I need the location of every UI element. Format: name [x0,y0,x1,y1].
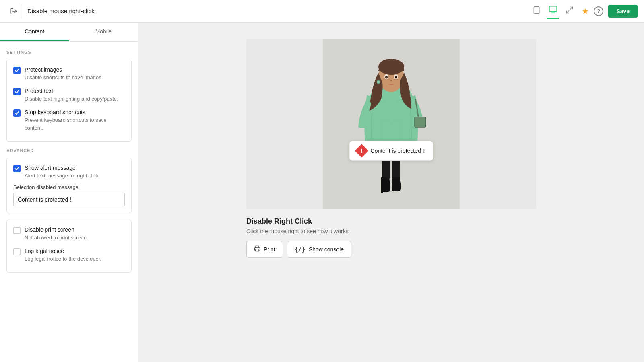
fashion-image [323,39,460,209]
preview-description: Click the mouse right to see how it work… [246,228,536,234]
svg-line-6 [570,7,573,10]
disable-print-desc: Not allowed to print screen. [25,234,88,241]
tablet-icon[interactable] [531,4,542,18]
help-icon[interactable]: ? [594,6,603,16]
advanced-section-label: ADVANCED [6,148,132,153]
protect-text-label: Protect text [25,88,118,94]
stop-keyboard-label: Stop keyboard shortcuts [25,109,125,115]
fullscreen-icon[interactable] [564,4,575,18]
tab-content[interactable]: Content [0,23,69,41]
message-input[interactable] [13,193,125,206]
protect-images-label: Protect images [25,66,103,73]
show-alert-desc: Alert text message for right click. [25,172,100,179]
svg-point-15 [395,76,397,79]
fashion-svg [323,39,460,209]
settings-box: Protect images Disable shortcuts to save… [6,60,132,142]
show-console-button[interactable]: {/} Show console [287,241,351,258]
preview-area: ! Content is protected !! Disable Right … [138,23,644,362]
stop-keyboard-row: Stop keyboard shortcuts Prevent keyboard… [13,109,125,131]
svg-rect-19 [381,188,383,193]
preview-title: Disable Right Click [246,217,536,226]
save-button[interactable]: Save [608,5,638,18]
svg-point-14 [385,76,388,79]
svg-line-7 [567,11,569,13]
svg-rect-20 [392,186,394,191]
console-icon: {/} [295,246,305,253]
back-button[interactable] [6,4,21,19]
show-alert-row: Show alert message Alert text message fo… [13,165,125,179]
print-icon [254,245,260,253]
protect-text-checkbox[interactable] [13,88,21,95]
desktop-icon[interactable] [547,4,559,19]
sidebar: Content Mobile SETTINGS Protect im [0,23,138,362]
protect-images-checkbox[interactable] [13,67,21,74]
svg-rect-22 [256,249,259,251]
main-layout: Content Mobile SETTINGS Protect im [0,23,644,362]
stop-keyboard-checkbox[interactable] [13,109,21,117]
svg-point-21 [377,80,380,84]
protect-images-desc: Disable shortcuts to save images. [25,74,103,81]
message-field-label: Selection disabled message [13,184,125,190]
settings-section-label: SETTINGS [6,50,132,55]
print-label: Print [264,246,275,253]
disable-print-label: Disable print screen [25,226,88,233]
tab-mobile[interactable]: Mobile [69,23,138,41]
svg-rect-1 [534,7,539,14]
alert-message-text: Content is protected !! [371,148,426,154]
protect-text-row: Protect text Disable text highlighting a… [13,88,125,103]
advanced-box: Show alert message Alert text message fo… [6,158,132,213]
message-field-container: Selection disabled message [13,184,125,206]
log-legal-row: Log legal notice Log legal notice to the… [13,248,125,263]
device-switcher [531,4,575,19]
extra-options-box: Disable print screen Not allowed to prin… [6,220,132,273]
svg-rect-3 [549,6,557,12]
header: Disable mouse right-click ★ [0,0,644,23]
svg-point-11 [378,59,404,75]
sidebar-content: SETTINGS Protect images Disable shortcut… [0,42,138,362]
log-legal-desc: Log legal notice to the developer. [25,255,101,263]
show-alert-label: Show alert message [25,165,100,171]
preview-info: Disable Right Click Click the mouse righ… [246,217,536,258]
alert-diamond-icon: ! [355,144,369,158]
tab-bar: Content Mobile [0,23,138,42]
show-console-label: Show console [309,246,344,253]
svg-rect-16 [415,117,426,127]
image-wrapper: ! Content is protected !! [246,39,536,209]
header-actions: ★ ? Save [582,5,638,18]
page-title: Disable mouse right-click [27,8,531,14]
alert-bubble: ! Content is protected !! [349,141,433,161]
protect-images-row: Protect images Disable shortcuts to save… [13,66,125,81]
stop-keyboard-desc: Prevent keyboard shortcuts to save conte… [25,117,125,131]
show-alert-checkbox[interactable] [13,165,21,172]
preview-container: ! Content is protected !! Disable Right … [246,39,536,258]
print-button[interactable]: Print [246,241,283,258]
log-legal-checkbox[interactable] [13,248,21,255]
preview-actions: Print {/} Show console [246,241,536,258]
star-icon[interactable]: ★ [582,6,589,16]
disable-print-checkbox[interactable] [13,227,21,234]
log-legal-label: Log legal notice [25,248,101,254]
disable-print-row: Disable print screen Not allowed to prin… [13,226,125,241]
protect-text-desc: Disable text highlighting and copy/paste… [25,95,118,103]
